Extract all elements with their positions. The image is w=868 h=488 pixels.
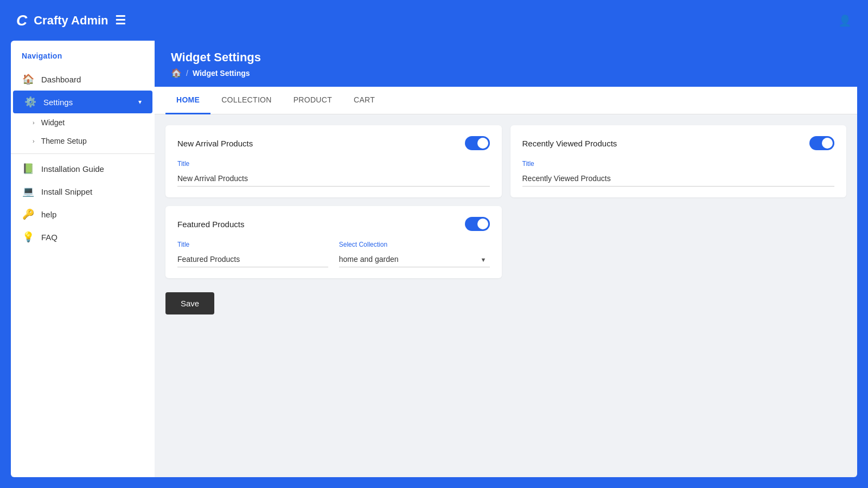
sidebar-label-install-snippet: Install Snippet [41,187,92,196]
sidebar-item-settings[interactable]: ⚙️ Settings ▾ [13,91,152,113]
widget-featured-collection-select[interactable]: home and garden electronics clothing toy… [339,252,490,267]
widget-featured-collection-field: Select Collection home and garden electr… [339,241,490,267]
app-logo: C Crafty Admin ☰ [16,12,126,29]
sidebar-label-widget: Widget [41,118,65,127]
widget-new-arrival-title-input[interactable] [177,171,490,187]
tab-bar: HOME COLLECTION PRODUCT CART [155,87,857,114]
tab-cart[interactable]: CART [343,87,386,114]
install-snippet-icon: 💻 [22,185,35,197]
settings-chevron-icon: ▾ [138,98,142,106]
main-layout: Navigation 🏠 Dashboard ⚙️ Settings ▾ › W… [11,41,857,477]
sidebar-item-install-snippet[interactable]: 💻 Install Snippet [11,180,155,203]
sidebar-label-settings: Settings [43,98,73,107]
save-button[interactable]: Save [165,292,214,314]
widget-card-featured-products: Featured Products Title Select Collectio [165,206,502,278]
settings-icon: ⚙️ [24,96,37,108]
breadcrumb-current: Widget Settings [193,69,250,78]
tab-collection[interactable]: COLLECTION [210,87,282,114]
widget-new-arrival-title-field: Title [177,160,490,187]
sidebar-label-help: help [41,210,56,219]
widget-recently-viewed-title: Recently Viewed Products [522,139,617,148]
sidebar-label-theme-setup: Theme Setup [41,137,87,145]
installation-guide-icon: 📗 [22,163,35,175]
save-btn-area: Save [165,287,846,325]
tab-product[interactable]: PRODUCT [283,87,343,114]
sidebar-item-help[interactable]: 🔑 help [11,203,155,226]
widget-featured-toggle[interactable] [465,217,490,231]
widget-recently-viewed-title-field: Title [522,160,835,187]
content-area: Widget Settings 🏠 / Widget Settings HOME… [155,41,857,477]
sidebar-nav-label: Navigation [11,52,155,68]
widget-featured-collection-label: Select Collection [339,241,490,248]
sidebar-label-installation-guide: Installation Guide [41,164,104,174]
dashboard-icon: 🏠 [22,73,35,85]
sidebar-label-dashboard: Dashboard [41,75,81,84]
sidebar-divider-1 [11,153,155,154]
widget-recently-viewed-title-input[interactable] [522,171,835,187]
tab-home[interactable]: HOME [165,87,210,114]
sidebar-item-installation-guide[interactable]: 📗 Installation Guide [11,157,155,180]
user-icon[interactable]: 👤 [838,14,852,27]
content-body: New Arrival Products Title Recently [155,114,857,477]
sidebar-item-theme-setup[interactable]: › Theme Setup [11,132,155,150]
widget-card-recently-viewed-header: Recently Viewed Products [522,136,835,150]
faq-icon: 💡 [22,231,35,243]
app-name: Crafty Admin [34,14,108,28]
sidebar-item-faq[interactable]: 💡 FAQ [11,226,155,248]
content-header: Widget Settings 🏠 / Widget Settings [155,41,857,87]
breadcrumb: 🏠 / Widget Settings [171,68,841,78]
widget-chevron-icon: › [33,119,35,126]
widget-featured-collection-select-wrapper: home and garden electronics clothing toy… [339,252,490,267]
widget-featured-title-label: Title [177,241,328,248]
widget-new-arrival-title-label: Title [177,160,490,168]
widget-new-arrival-slider [465,136,490,150]
widget-recently-viewed-title-label: Title [522,160,835,168]
sidebar-label-faq: FAQ [41,233,58,242]
widget-new-arrival-toggle[interactable] [465,136,490,150]
sidebar-item-dashboard[interactable]: 🏠 Dashboard [11,68,155,91]
widget-featured-title: Featured Products [177,220,244,229]
right-card-placeholder [510,206,847,278]
top-bar: C Crafty Admin ☰ 👤 [0,0,868,41]
widgets-bottom-row: Featured Products Title Select Collectio [165,206,846,278]
hamburger-icon[interactable]: ☰ [115,14,126,28]
theme-setup-chevron-icon: › [33,138,35,144]
widget-featured-fields: Title Select Collection home and garden … [177,241,490,267]
widget-featured-slider [465,217,490,231]
widget-featured-title-field: Title [177,241,328,267]
page-title: Widget Settings [171,50,841,65]
help-icon: 🔑 [22,208,35,220]
widget-card-new-arrival-header: New Arrival Products [177,136,490,150]
widget-recently-viewed-slider [809,136,834,150]
breadcrumb-home-icon: 🏠 [171,68,182,78]
widget-card-featured-header: Featured Products [177,217,490,231]
widgets-top-row: New Arrival Products Title Recently [165,125,846,197]
widget-new-arrival-title: New Arrival Products [177,139,253,148]
sidebar-item-widget[interactable]: › Widget [11,113,155,132]
widget-card-recently-viewed: Recently Viewed Products Title [510,125,847,197]
logo-letter: C [16,12,27,29]
sidebar: Navigation 🏠 Dashboard ⚙️ Settings ▾ › W… [11,41,155,477]
breadcrumb-separator: / [186,69,188,78]
widget-card-new-arrival: New Arrival Products Title [165,125,502,197]
widget-recently-viewed-toggle[interactable] [809,136,834,150]
widget-featured-title-input[interactable] [177,252,328,267]
